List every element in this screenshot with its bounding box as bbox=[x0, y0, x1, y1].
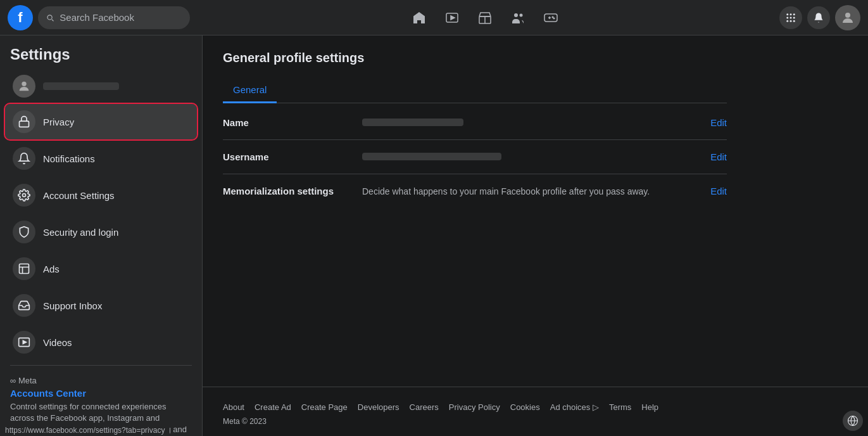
name-value bbox=[362, 117, 710, 128]
sidebar-item-ads[interactable]: Ads bbox=[5, 251, 197, 286]
memorialization-value: Decide what happens to your main Faceboo… bbox=[362, 186, 710, 196]
main-layout: Settings Privacy Notifications Account S… bbox=[0, 35, 868, 436]
settings-section: Name Edit Username Edit bbox=[223, 106, 727, 208]
search-icon bbox=[46, 13, 54, 23]
sidebar-item-label-ads: Ads bbox=[43, 264, 60, 274]
grid-menu-button[interactable] bbox=[779, 6, 802, 29]
svg-point-3 bbox=[514, 13, 518, 17]
svg-point-6 bbox=[552, 16, 553, 18]
videos-icon bbox=[13, 331, 35, 354]
svg-point-9 bbox=[790, 13, 792, 15]
footer-link[interactable]: Ad choices ▷ bbox=[550, 402, 599, 412]
svg-marker-23 bbox=[23, 341, 26, 344]
memorialization-edit-button[interactable]: Edit bbox=[710, 186, 727, 196]
footer-link[interactable]: Create Page bbox=[301, 402, 348, 412]
settings-row-username: Username Edit bbox=[223, 140, 727, 174]
meta-logo: ∞ Meta bbox=[10, 376, 192, 385]
page-title: General profile settings bbox=[223, 51, 727, 65]
footer-link[interactable]: Developers bbox=[358, 402, 399, 412]
svg-point-13 bbox=[793, 16, 795, 18]
footer: AboutCreate AdCreate PageDevelopersCaree… bbox=[203, 387, 868, 436]
search-bar[interactable] bbox=[38, 6, 190, 29]
username-edit-button[interactable]: Edit bbox=[710, 151, 727, 162]
sidebar-item-label-support: Support Inbox bbox=[43, 300, 102, 311]
sidebar-profile-name-blur bbox=[43, 82, 119, 90]
tab-general[interactable]: General bbox=[223, 78, 277, 103]
nav-right-actions bbox=[779, 5, 860, 30]
video-nav-button[interactable] bbox=[437, 3, 467, 33]
language-globe-button[interactable] bbox=[843, 411, 863, 431]
settings-row-name: Name Edit bbox=[223, 106, 727, 140]
sidebar-item-privacy[interactable]: Privacy bbox=[5, 104, 197, 139]
footer-link[interactable]: Cookies bbox=[510, 402, 540, 412]
svg-point-4 bbox=[519, 13, 522, 16]
notifications-icon bbox=[13, 147, 35, 170]
name-edit-action: Edit bbox=[710, 117, 727, 128]
sidebar-item-account-settings[interactable]: Account Settings bbox=[5, 177, 197, 213]
name-value-blur bbox=[362, 119, 463, 126]
sidebar: Settings Privacy Notifications Account S… bbox=[0, 35, 203, 436]
sidebar-item-label-videos: Videos bbox=[43, 337, 72, 348]
ads-icon bbox=[13, 257, 35, 280]
sidebar-item-notifications[interactable]: Notifications bbox=[5, 141, 197, 176]
status-bar: https://www.facebook.com/settings?tab=pr… bbox=[0, 425, 170, 436]
settings-row-memorialization: Memorialization settings Decide what hap… bbox=[223, 174, 727, 208]
top-navigation: f bbox=[0, 0, 868, 35]
support-inbox-icon bbox=[13, 294, 35, 317]
sidebar-item-videos[interactable]: Videos bbox=[5, 324, 197, 360]
user-avatar[interactable] bbox=[835, 5, 860, 30]
footer-link[interactable]: Careers bbox=[410, 402, 439, 412]
svg-point-14 bbox=[786, 20, 788, 22]
account-settings-icon bbox=[13, 184, 35, 207]
gaming-nav-button[interactable] bbox=[536, 3, 566, 33]
svg-point-17 bbox=[845, 13, 850, 18]
sidebar-item-label-notifications: Notifications bbox=[43, 153, 95, 164]
content-inner: General profile settings General Name Ed… bbox=[203, 35, 747, 387]
sidebar-item-label-security: Security and login bbox=[43, 227, 118, 238]
svg-rect-21 bbox=[20, 264, 29, 274]
content-area: General profile settings General Name Ed… bbox=[203, 35, 868, 436]
footer-meta: Meta © 2023 bbox=[223, 417, 848, 426]
svg-marker-1 bbox=[451, 16, 455, 20]
nav-center-icons bbox=[195, 3, 774, 33]
sidebar-item-label-privacy: Privacy bbox=[43, 117, 74, 127]
privacy-icon bbox=[13, 110, 35, 133]
footer-links: AboutCreate AdCreate PageDevelopersCaree… bbox=[223, 402, 848, 412]
home-nav-button[interactable] bbox=[404, 3, 434, 33]
footer-link[interactable]: Help bbox=[641, 402, 658, 412]
name-edit-button[interactable]: Edit bbox=[710, 117, 727, 128]
tab-bar: General bbox=[223, 78, 727, 103]
username-edit-action: Edit bbox=[710, 151, 727, 162]
sidebar-profile-item[interactable] bbox=[5, 71, 197, 101]
footer-link[interactable]: Privacy Policy bbox=[449, 402, 500, 412]
friends-nav-button[interactable] bbox=[503, 3, 533, 33]
svg-point-7 bbox=[553, 18, 555, 19]
memorialization-edit-action: Edit bbox=[710, 186, 727, 196]
search-input[interactable] bbox=[60, 12, 182, 23]
sidebar-item-support-inbox[interactable]: Support Inbox bbox=[5, 288, 197, 323]
sidebar-item-security[interactable]: Security and login bbox=[5, 214, 197, 250]
accounts-center-link[interactable]: Accounts Center bbox=[10, 388, 192, 399]
svg-point-12 bbox=[790, 16, 792, 18]
memorialization-label: Memorialization settings bbox=[223, 186, 362, 196]
footer-link[interactable]: Terms bbox=[609, 402, 631, 412]
footer-link[interactable]: About bbox=[223, 402, 244, 412]
memorialization-description: Decide what happens to your main Faceboo… bbox=[362, 186, 650, 196]
footer-link[interactable]: Create Ad bbox=[255, 402, 291, 412]
svg-rect-19 bbox=[20, 121, 29, 127]
sidebar-title: Settings bbox=[0, 41, 202, 71]
username-label: Username bbox=[223, 151, 362, 162]
svg-point-10 bbox=[793, 13, 795, 15]
sidebar-profile-avatar bbox=[13, 75, 35, 98]
security-icon bbox=[13, 221, 35, 243]
svg-point-16 bbox=[793, 20, 795, 22]
svg-point-20 bbox=[23, 194, 26, 197]
name-label: Name bbox=[223, 117, 362, 128]
marketplace-nav-button[interactable] bbox=[470, 3, 500, 33]
username-value-blur bbox=[362, 153, 501, 160]
sidebar-divider bbox=[10, 365, 192, 366]
sidebar-item-label-account: Account Settings bbox=[43, 190, 115, 201]
notification-bell-button[interactable] bbox=[807, 6, 830, 29]
facebook-logo[interactable]: f bbox=[8, 5, 33, 30]
svg-point-11 bbox=[786, 16, 788, 18]
